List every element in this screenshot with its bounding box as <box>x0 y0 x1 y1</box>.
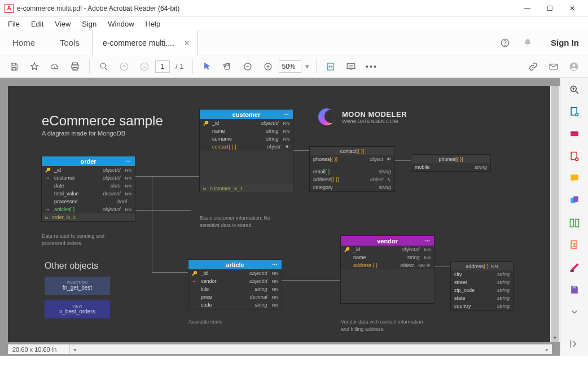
entity-vendor-title: vendor <box>377 238 398 244</box>
zoom-out-icon[interactable] <box>238 57 257 76</box>
read-mode-icon[interactable] <box>341 57 361 76</box>
cloud-icon[interactable] <box>45 57 64 76</box>
vertical-scrollbar[interactable]: ▾ <box>550 86 560 342</box>
window-title: e-commerce multi.pdf - Adobe Acrobat Rea… <box>17 5 516 12</box>
scroll-down-icon[interactable]: ▾ <box>550 333 560 342</box>
nested-contact[interactable]: contact [{ }] phones[{ }]object👁 email[ … <box>310 147 394 191</box>
menubar: File Edit View Sign Window Help <box>0 17 588 30</box>
svg-rect-3 <box>73 67 77 70</box>
menu-sign[interactable]: Sign <box>77 19 101 29</box>
share-link-icon[interactable] <box>524 57 543 76</box>
hand-icon[interactable] <box>218 57 237 76</box>
menu-window[interactable]: Window <box>103 19 138 29</box>
help-icon[interactable] <box>497 34 514 51</box>
menu-view[interactable]: View <box>50 19 75 29</box>
entity-menu-icon[interactable]: ⋯ <box>424 238 431 244</box>
zoom-dropdown-icon[interactable]: ▾ <box>302 57 311 76</box>
combine-icon[interactable] <box>568 195 581 207</box>
entity-menu-icon[interactable]: ⋯ <box>272 261 278 268</box>
zoom-input[interactable] <box>279 60 301 73</box>
svg-rect-27 <box>572 286 576 288</box>
svg-rect-18 <box>571 132 578 133</box>
menu-help[interactable]: Help <box>141 19 165 29</box>
compress-icon[interactable] <box>568 239 581 251</box>
svg-point-6 <box>141 63 148 71</box>
page-total-label: / 1 <box>175 62 183 71</box>
svg-point-4 <box>100 63 106 68</box>
zoom-in-icon[interactable] <box>258 57 278 76</box>
document-canvas[interactable]: eCommerce sample A diagram made for Mong… <box>8 86 552 342</box>
app-icon: A <box>5 4 14 13</box>
entity-menu-icon[interactable]: ⋯ <box>283 111 289 117</box>
star-icon[interactable] <box>25 57 44 76</box>
right-sidebar <box>560 78 588 356</box>
find-icon[interactable] <box>94 57 113 76</box>
svg-rect-10 <box>348 63 356 68</box>
entity-vendor[interactable]: vendor⋯ 🔑_idobjectIdNN namestringNN addr… <box>341 236 434 303</box>
nested-address[interactable]: address { }NN citystring streetstring zi… <box>451 262 513 310</box>
collapse-panel-icon[interactable] <box>568 338 581 350</box>
dimensions-label: 20,60 x 10,60 in <box>8 344 70 354</box>
object-function[interactable]: FUNCTION fn_get_best <box>45 277 110 295</box>
redact-icon[interactable] <box>568 261 581 273</box>
tab-home[interactable]: Home <box>0 30 47 55</box>
svg-rect-24 <box>575 219 578 226</box>
save-disk-icon[interactable] <box>568 283 581 295</box>
more-icon[interactable]: ••• <box>362 57 381 76</box>
save-icon[interactable] <box>5 57 24 76</box>
tab-tools[interactable]: Tools <box>47 30 92 55</box>
caption-vendor: Vendor data with contact information and… <box>341 318 431 333</box>
nested-phones[interactable]: phones [{ }] mobilestring <box>411 155 490 171</box>
scroll-right-icon[interactable]: ▸ <box>542 344 552 354</box>
entity-order[interactable]: order⋯ 🔑_idobjectIdNN ⇢customerobjectIdN… <box>42 156 135 221</box>
caption-order: Data related to pending and processed or… <box>42 233 126 247</box>
caption-customer: Basic customer information. No sensitive… <box>200 215 290 229</box>
entity-article-title: article <box>226 261 244 268</box>
entity-article[interactable]: article⋯ 🔑_idobjectIdNN ⇢vendorobjectIdN… <box>188 260 282 309</box>
page-down-icon[interactable] <box>135 57 154 76</box>
scroll-left-icon[interactable]: ◂ <box>70 344 80 354</box>
tabs-row: Home Tools e-commerce multi.... × Sign I… <box>0 30 588 55</box>
horizontal-scrollbar[interactable]: 20,60 x 10,60 in ◂ ▸ <box>8 344 552 354</box>
brand-url: WWW.DATENSEN.COM <box>342 119 407 124</box>
svg-rect-11 <box>550 64 558 69</box>
export-pdf-icon[interactable] <box>568 106 581 117</box>
print-icon[interactable] <box>65 57 85 76</box>
tab-close-icon[interactable]: × <box>182 38 191 47</box>
toolbar: / 1 ▾ ••• <box>0 55 588 78</box>
chevron-down-icon[interactable] <box>568 305 581 317</box>
search-tool-icon[interactable] <box>568 84 581 95</box>
close-button[interactable]: ✕ <box>561 1 583 16</box>
page-up-icon[interactable] <box>115 57 134 76</box>
entity-order-title: order <box>80 158 96 165</box>
diagram-subtitle: A diagram made for MongoDB <box>42 130 163 137</box>
caption-article: Available items <box>188 318 222 326</box>
svg-point-5 <box>120 63 128 71</box>
bell-icon[interactable] <box>519 34 536 51</box>
edit-pdf-icon[interactable] <box>568 128 581 140</box>
moon-logo-icon <box>318 108 335 125</box>
other-objects-heading: Other objects <box>45 261 98 271</box>
maximize-button[interactable]: ☐ <box>538 1 561 16</box>
fit-width-icon[interactable] <box>321 57 340 76</box>
pointer-icon[interactable] <box>198 57 217 76</box>
entity-customer[interactable]: customer⋯ 🔑_idobjectIdNN namestringNN su… <box>200 110 293 193</box>
brand-name: MOON MODELER <box>342 110 407 119</box>
menu-file[interactable]: File <box>3 19 24 29</box>
sign-in-button[interactable]: Sign In <box>542 38 588 47</box>
tab-document[interactable]: e-commerce multi.... × <box>92 30 198 55</box>
entity-customer-title: customer <box>232 111 261 118</box>
svg-point-13 <box>573 64 576 67</box>
minimize-button[interactable]: ― <box>516 1 538 16</box>
create-pdf-icon[interactable] <box>568 150 581 162</box>
organize-icon[interactable] <box>568 217 581 229</box>
titlebar: A e-commerce multi.pdf - Adobe Acrobat R… <box>0 0 588 17</box>
object-view[interactable]: VIEW v_best_orders <box>45 300 110 318</box>
profile-icon[interactable] <box>564 57 583 76</box>
entity-menu-icon[interactable]: ⋯ <box>125 158 131 164</box>
page-number-input[interactable] <box>155 60 170 73</box>
comment-icon[interactable] <box>568 172 581 184</box>
menu-edit[interactable]: Edit <box>27 19 48 29</box>
tab-document-label: e-commerce multi.... <box>103 38 174 47</box>
email-icon[interactable] <box>544 57 563 76</box>
